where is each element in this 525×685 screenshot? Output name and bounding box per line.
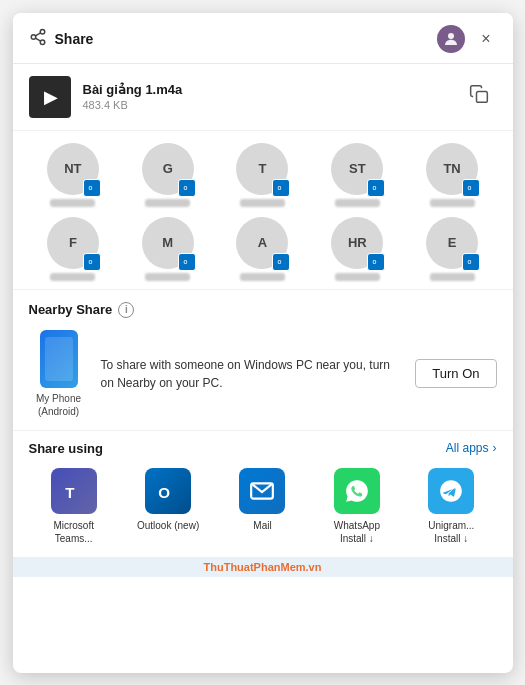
- chevron-right-icon: ›: [493, 441, 497, 455]
- play-icon: ▶: [44, 86, 58, 108]
- contact-item[interactable]: FO: [29, 217, 118, 281]
- nearby-description: To share with someone on Windows PC near…: [101, 356, 404, 392]
- telegram-icon: [428, 468, 474, 514]
- svg-line-3: [35, 38, 40, 41]
- contact-avatar: NTO: [47, 143, 99, 195]
- contact-name: [240, 199, 285, 207]
- contact-avatar: TO: [236, 143, 288, 195]
- contact-item[interactable]: MO: [123, 217, 212, 281]
- contact-item[interactable]: NTO: [29, 143, 118, 207]
- app-item-mail[interactable]: Mail: [217, 468, 307, 545]
- contact-avatar: FO: [47, 217, 99, 269]
- close-button[interactable]: ×: [475, 28, 496, 50]
- phone-label: My Phone (Android): [29, 392, 89, 418]
- svg-text:O: O: [88, 185, 92, 191]
- contact-avatar: TNO: [426, 143, 478, 195]
- window-title: Share: [55, 31, 438, 47]
- app-name: Mail: [253, 519, 271, 532]
- title-bar: Share ×: [13, 13, 513, 64]
- outlook-badge: O: [178, 253, 196, 271]
- whatsapp-icon: [334, 468, 380, 514]
- app-item-teams[interactable]: TMicrosoft Teams...: [29, 468, 119, 545]
- file-thumbnail: ▶: [29, 76, 71, 118]
- all-apps-button[interactable]: All apps ›: [446, 441, 497, 455]
- contact-item[interactable]: HRO: [313, 217, 402, 281]
- phone-icon-wrap: My Phone (Android): [29, 330, 89, 418]
- nearby-share-title: Nearby Share: [29, 302, 113, 317]
- app-item-whatsapp[interactable]: WhatsApp Install ↓: [312, 468, 402, 545]
- contact-name: [240, 273, 285, 281]
- svg-text:O: O: [373, 185, 377, 191]
- outlook-badge: O: [272, 253, 290, 271]
- svg-text:O: O: [88, 259, 92, 265]
- share-using-header: Share using All apps ›: [13, 431, 513, 464]
- info-icon[interactable]: i: [118, 302, 134, 318]
- contact-item[interactable]: TNO: [408, 143, 497, 207]
- svg-text:O: O: [183, 259, 187, 265]
- contact-avatar: AO: [236, 217, 288, 269]
- nearby-share-section: Nearby Share i My Phone (Android) To sha…: [13, 290, 513, 431]
- contact-name: [335, 273, 380, 281]
- outlook-badge: O: [272, 179, 290, 197]
- svg-text:T: T: [65, 483, 75, 500]
- app-name: WhatsApp Install ↓: [334, 519, 380, 545]
- outlook-badge: O: [83, 179, 101, 197]
- contact-name: [145, 273, 190, 281]
- svg-text:O: O: [278, 185, 282, 191]
- svg-text:O: O: [468, 185, 472, 191]
- contact-item[interactable]: TO: [218, 143, 307, 207]
- svg-text:O: O: [468, 259, 472, 265]
- outlook-badge: O: [462, 253, 480, 271]
- svg-line-4: [35, 32, 40, 35]
- svg-rect-6: [476, 92, 487, 103]
- contacts-grid: NTOGOTOSTOTNOFOMOAOHROEO: [29, 143, 497, 281]
- contact-item[interactable]: EO: [408, 217, 497, 281]
- teams-icon: T: [51, 468, 97, 514]
- contact-name: [335, 199, 380, 207]
- outlook-badge: O: [462, 179, 480, 197]
- share-icon: [29, 28, 47, 50]
- phone-graphic: [40, 330, 78, 388]
- contact-name: [430, 199, 475, 207]
- app-name: Microsoft Teams...: [41, 519, 106, 545]
- app-item-telegram[interactable]: Unigram... Install ↓: [406, 468, 496, 545]
- contacts-section: NTOGOTOSTOTNOFOMOAOHROEO: [13, 131, 513, 290]
- turn-on-button[interactable]: Turn On: [415, 359, 496, 388]
- file-size: 483.4 KB: [83, 99, 461, 111]
- svg-point-2: [40, 40, 45, 45]
- outlook-badge: O: [367, 253, 385, 271]
- nearby-share-header: Nearby Share i: [29, 302, 497, 318]
- share-using-title: Share using: [29, 441, 446, 456]
- app-item-outlook[interactable]: OOutlook (new): [123, 468, 213, 545]
- apps-grid: TMicrosoft Teams...OOutlook (new)MailWha…: [13, 464, 513, 557]
- contact-avatar: STO: [331, 143, 383, 195]
- svg-text:O: O: [158, 483, 170, 500]
- app-name: Outlook (new): [137, 519, 199, 532]
- contact-avatar: EO: [426, 217, 478, 269]
- contact-name: [50, 273, 95, 281]
- app-name: Unigram... Install ↓: [428, 519, 474, 545]
- contact-name: [50, 199, 95, 207]
- contact-avatar: GO: [142, 143, 194, 195]
- svg-text:O: O: [373, 259, 377, 265]
- file-name: Bài giảng 1.m4a: [83, 82, 461, 97]
- contact-name: [145, 199, 190, 207]
- all-apps-label: All apps: [446, 441, 489, 455]
- contact-avatar: MO: [142, 217, 194, 269]
- watermark-text: ThuThuatPhanMem.vn: [204, 561, 322, 573]
- copy-button[interactable]: [461, 80, 497, 113]
- file-row: ▶ Bài giảng 1.m4a 483.4 KB: [13, 64, 513, 131]
- outlook-icon: O: [145, 468, 191, 514]
- contact-avatar: HRO: [331, 217, 383, 269]
- avatar: [437, 25, 465, 53]
- svg-text:O: O: [278, 259, 282, 265]
- contact-item[interactable]: STO: [313, 143, 402, 207]
- contact-item[interactable]: GO: [123, 143, 212, 207]
- outlook-badge: O: [367, 179, 385, 197]
- contact-item[interactable]: AO: [218, 217, 307, 281]
- contact-name: [430, 273, 475, 281]
- watermark: ThuThuatPhanMem.vn: [13, 557, 513, 577]
- outlook-badge: O: [178, 179, 196, 197]
- svg-point-1: [31, 34, 36, 39]
- outlook-badge: O: [83, 253, 101, 271]
